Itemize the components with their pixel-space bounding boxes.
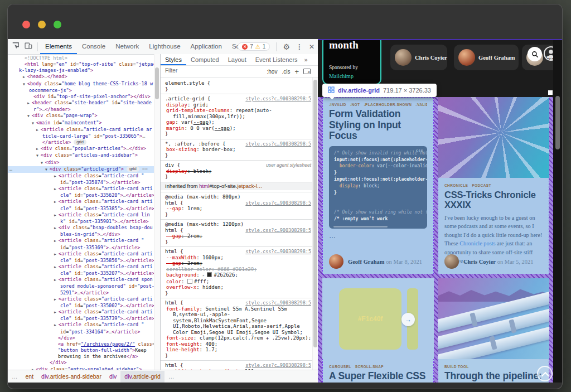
card-author-row[interactable]: Chris Coyier on Mar 5, 2021 bbox=[444, 254, 533, 269]
style-rule-line[interactable]: box-sizing: border-box; bbox=[161, 147, 313, 153]
style-rule-line[interactable]: scrollbar-color: #666 #201c29; bbox=[161, 267, 313, 273]
dom-tree-scrollbar[interactable] bbox=[154, 54, 160, 370]
sidebar-tab-styles[interactable]: Styles bbox=[161, 55, 186, 65]
stylesheet-link[interactable]: style.css?c…900308298:5 bbox=[245, 300, 313, 306]
dom-tree-line[interactable]: ▶ <article class="article-card arti bbox=[8, 309, 154, 316]
dom-tree-line[interactable]: browsing in the archives</a> bbox=[8, 354, 154, 360]
style-rule-line[interactable]: user agent stylesheetdiv { bbox=[161, 160, 313, 168]
style-rule-line[interactable]: font-weight: 400; bbox=[161, 341, 313, 347]
dom-tree-line[interactable]: ▼ <main id="maincontent"> bbox=[8, 120, 154, 127]
article-card-form-validation[interactable]: :INVALID:NOT:PLACEHOLDER-SHOWN:VALID:FOC… bbox=[322, 97, 434, 274]
tab-lighthouse[interactable]: Lighthouse bbox=[144, 39, 185, 54]
stylesheet-link[interactable]: style.css?c…900308298:5 bbox=[245, 200, 313, 206]
style-rule-line[interactable]: UI,Roboto,Helvetica,Arial,sans-serif,App… bbox=[161, 323, 313, 330]
style-rule-line[interactable]: line-height: 1.7; bbox=[161, 347, 313, 353]
style-rule-line[interactable]: } bbox=[161, 153, 313, 159]
style-rule-line[interactable]: margin: 0 0 var(--gap); bbox=[161, 125, 313, 132]
article-tag[interactable]: CHRONICLE bbox=[444, 183, 468, 187]
new-style-rule-button[interactable]: + bbox=[294, 67, 299, 76]
breadcrumb-item[interactable]: div bbox=[105, 371, 120, 383]
dom-tree-line[interactable]: ▶ <article class="article-card " bbox=[8, 173, 154, 180]
dom-tree-line[interactable]: ▶ <article class="article-card arti bbox=[8, 264, 154, 270]
grid-badge[interactable]: grid bbox=[127, 166, 139, 172]
style-rule-line[interactable]: } bbox=[161, 86, 313, 93]
breadcrumb-item[interactable]: … bbox=[164, 371, 178, 383]
stylesheet-link[interactable]: style.css?c…900308298:5 bbox=[245, 96, 313, 102]
dom-tree-line[interactable]: cle" id="post-335856">…</article> bbox=[8, 258, 154, 264]
stylesheet-link[interactable]: style.css?c…900308298:5 bbox=[245, 362, 313, 369]
tab-elements[interactable]: Elements bbox=[40, 39, 77, 54]
dom-tree-line[interactable]: k-lazy-images-js-enabled"> bbox=[8, 67, 154, 74]
style-rule-line[interactable]: display: grid; bbox=[161, 102, 313, 108]
dom-tree-line[interactable]: id="post-334164">…</article> bbox=[8, 329, 154, 335]
toggle-hover-state-button[interactable]: :hov bbox=[267, 69, 278, 75]
dom-tree-line[interactable]: <html lang="en" id="top-of-site" class="… bbox=[8, 61, 154, 67]
settings-gear-icon[interactable]: ⚙ bbox=[283, 42, 290, 51]
dom-tree-line[interactable]: ▼ <div class="page-wrap"> bbox=[8, 113, 154, 119]
minimize-window-button[interactable] bbox=[38, 21, 46, 28]
style-rule-line[interactable]: display: block; bbox=[161, 168, 313, 175]
style-rule-line[interactable]: style.css?c…900308298:5html { bbox=[161, 298, 313, 306]
dom-tree-line[interactable]: ▼ <body class="home blog theme-CSS-Trick… bbox=[8, 81, 154, 88]
style-rule-line[interactable]: } bbox=[161, 291, 313, 297]
breadcrumb-item[interactable]: ent bbox=[22, 371, 38, 383]
dom-tree-line[interactable]: ▼ <div> bbox=[8, 159, 154, 166]
dom-tree-line[interactable]: ▶ <div class="bsap-doubles bsap-dou bbox=[8, 225, 154, 231]
style-rule-line[interactable]: fill,minmax(300px,1fr)); bbox=[161, 114, 313, 120]
style-rule-line[interactable]: background: ▸ #262626; bbox=[161, 272, 313, 279]
device-toolbar-icon[interactable] bbox=[25, 42, 32, 52]
dom-tree-line[interactable]: ▶ <article class="article-card lin bbox=[8, 212, 154, 219]
scrollbar-thumb[interactable] bbox=[555, 96, 560, 149]
devtools-menu-icon[interactable]: ⋮ bbox=[296, 43, 303, 51]
article-card-chronicle[interactable]: CHRONICLEPODCAST CSS-Tricks Chronicle XX… bbox=[438, 97, 549, 274]
article-tag[interactable]: :PLACEHOLDER-SHOWN bbox=[364, 103, 412, 107]
dom-tree-line[interactable]: ▶ <article class="article-card " bbox=[8, 322, 154, 328]
article-tag[interactable]: :INVALID bbox=[329, 103, 346, 107]
dom-tree-line[interactable]: <!DOCTYPE html> bbox=[8, 55, 154, 61]
author-chip-chris[interactable]: Chris Coyier bbox=[390, 45, 447, 70]
style-rule-line[interactable]: system,BlinkMacSystemFont,Segoe bbox=[161, 318, 313, 324]
article-tag[interactable]: BUILD TOOL bbox=[444, 365, 469, 369]
dom-tree-line[interactable]: "button button-full-width">Keep bbox=[8, 347, 154, 354]
style-rule-line[interactable]: font-family: Sentinel SSm A,Sentinel SSm bbox=[161, 306, 313, 312]
author-name[interactable]: Chris Coyier bbox=[463, 259, 496, 265]
style-rule-line[interactable]: style.css?c…900308298:5.article-grid { bbox=[161, 94, 313, 102]
color-swatch[interactable] bbox=[207, 272, 212, 277]
card-title[interactable]: Form Validation Styling on Input Focus bbox=[329, 109, 427, 142]
style-rule-line[interactable]: --maxWidth: 1600px; bbox=[161, 255, 313, 261]
dom-tree-line[interactable]: </article> grid bbox=[8, 139, 154, 146]
toggle-class-button[interactable]: .cls bbox=[282, 69, 290, 75]
excerpt-link[interactable]: Chronicle posts bbox=[459, 240, 495, 246]
style-rule-line[interactable]: --gap: 2rem; bbox=[161, 233, 313, 239]
style-rule-line[interactable]: color: #fff; bbox=[161, 279, 313, 285]
dom-tree-line[interactable]: k" id="post-335901">…</article> bbox=[8, 219, 154, 225]
style-rule-line[interactable]: B,system-ui,-apple- bbox=[161, 312, 313, 318]
style-rule-line[interactable]: overflow-x: hidden; bbox=[161, 284, 313, 291]
style-rule-line[interactable]: Inherited from html#top-of-site.jetpack-… bbox=[161, 182, 313, 191]
dom-tree-line[interactable]: 5291">…</article> bbox=[8, 290, 154, 296]
sidebar-panel-toggle-icon[interactable]: ◂ bbox=[303, 69, 311, 74]
tab-application[interactable]: Application bbox=[186, 39, 227, 54]
style-rule-line[interactable]: @media (max-width: 1200px) bbox=[161, 219, 313, 228]
style-rule-line[interactable]: style.css?c…900308298:5html { bbox=[161, 228, 313, 234]
style-rule-line[interactable]: style.css?c…900308298:5*, :after, :befor… bbox=[161, 139, 313, 147]
dom-tree-line[interactable]: cle" id="post-335207">…</article> bbox=[8, 270, 154, 277]
stylesheet-link[interactable]: style.css?c…900308298:5 bbox=[245, 228, 313, 234]
style-rule-line[interactable]: } bbox=[161, 174, 313, 180]
grid-badge[interactable]: grid bbox=[74, 139, 86, 145]
style-rule-line[interactable]: --gap: 3rem; bbox=[161, 260, 313, 267]
style-rule-line[interactable]: gap: var(--gap); bbox=[161, 119, 313, 125]
style-rule-line[interactable]: --gap: 1rem; bbox=[161, 206, 313, 212]
tab-network[interactable]: Network bbox=[110, 39, 144, 54]
color-swatch[interactable] bbox=[187, 279, 192, 284]
dom-tree-line[interactable]: oocommerce-js"> bbox=[8, 88, 154, 94]
style-rule-line[interactable]: } bbox=[161, 131, 313, 137]
dom-tree-line[interactable]: id="post-335369">…</article> bbox=[8, 245, 154, 251]
article-card-carousel[interactable]: #F1c40f → CAROUSELSCROLL-SNAP A Super Fl… bbox=[322, 278, 434, 383]
carousel-arrow-icon[interactable]: → bbox=[401, 313, 415, 326]
style-rule-line[interactable]: font-size: clamp(12px,calc(.7rem + .25vw… bbox=[161, 335, 313, 341]
scrollbar-thumb[interactable] bbox=[155, 67, 159, 99]
dom-tree-line[interactable]: </div> bbox=[8, 335, 154, 341]
console-issues-badge[interactable]: ✕ 7 ⚠ 1 bbox=[238, 42, 270, 51]
card-author-row[interactable]: Geoff Graham on Mar 8, 2021 bbox=[329, 254, 422, 269]
